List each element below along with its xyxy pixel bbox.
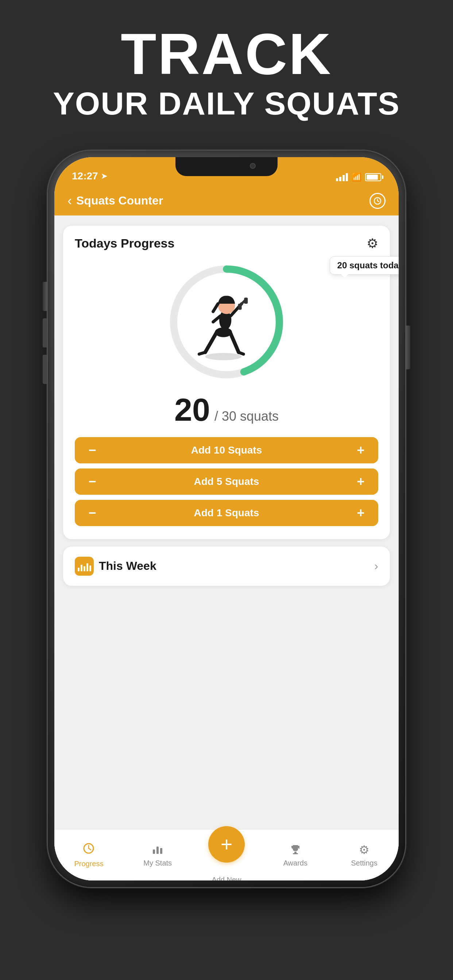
week-title-group: This Week: [75, 557, 156, 576]
headline: TRACK YOUR DAILY SQUATS: [53, 22, 400, 121]
week-chevron-icon[interactable]: ›: [374, 559, 378, 573]
current-count: 20: [174, 391, 210, 428]
bar-chart-icon: [152, 843, 164, 857]
add-buttons-group: − Add 10 Squats + − Add 5 Squats + − Add…: [75, 437, 378, 526]
minus-icon-3[interactable]: −: [85, 505, 100, 520]
headline-sub: YOUR DAILY SQUATS: [53, 86, 400, 121]
plus-icon-3[interactable]: +: [353, 505, 368, 520]
week-card: This Week ›: [63, 547, 390, 586]
ring-area: 20 squats today: [75, 260, 378, 384]
squats-tooltip: 20 squats today: [330, 256, 399, 275]
notch-camera: [250, 163, 256, 169]
wifi-icon: 📶: [352, 172, 362, 182]
status-bar: 12:27 ➤ 📶: [54, 157, 399, 186]
plus-icon-2[interactable]: +: [353, 474, 368, 489]
add-10-label: Add 10 Squats: [100, 444, 353, 456]
minus-icon-2[interactable]: −: [85, 474, 100, 489]
status-time: 12:27 ➤: [72, 170, 107, 182]
phone-outer: 12:27 ➤ 📶: [48, 151, 405, 887]
phone-inner: 12:27 ➤ 📶: [54, 157, 399, 880]
svg-rect-24: [156, 846, 159, 854]
signal-icon: [336, 173, 348, 181]
tab-awards[interactable]: Awards: [261, 843, 330, 867]
minus-icon[interactable]: −: [85, 442, 100, 458]
add-5-button[interactable]: − Add 5 Squats +: [75, 468, 378, 495]
chart-icon: [78, 561, 91, 571]
add-new-plus-icon: +: [221, 834, 233, 854]
progress-ring-container: [164, 260, 289, 384]
card-title: Todays Progress: [75, 236, 174, 250]
week-icon-box: [75, 557, 94, 576]
nav-clock-icon[interactable]: [370, 193, 386, 209]
status-icons: 📶: [336, 172, 381, 182]
spacer: [54, 593, 399, 829]
tab-settings-label: Settings: [351, 859, 377, 867]
svg-line-2: [378, 201, 379, 202]
count-total: / 30 squats: [214, 409, 279, 424]
battery-icon: [365, 173, 381, 181]
add-10-button[interactable]: − Add 10 Squats +: [75, 437, 378, 463]
svg-line-22: [89, 848, 91, 850]
tab-my-stats[interactable]: My Stats: [123, 843, 192, 867]
week-header: This Week ›: [75, 557, 378, 576]
add-new-button[interactable]: +: [208, 826, 245, 862]
progress-clock-icon: [83, 842, 95, 858]
progress-card: Todays Progress ⚙ 20 squats today: [63, 226, 390, 539]
settings-gear-tab-icon: ⚙: [359, 843, 370, 857]
tab-bar: Progress My Stats: [54, 829, 399, 880]
notch: [175, 157, 278, 176]
trophy-icon: [289, 843, 301, 857]
headline-track: TRACK: [53, 22, 400, 86]
tab-my-stats-label: My Stats: [144, 859, 172, 867]
week-title: This Week: [99, 559, 156, 573]
svg-rect-25: [160, 848, 162, 854]
settings-gear-icon[interactable]: ⚙: [367, 236, 378, 251]
svg-rect-26: [294, 852, 297, 853]
nav-title: Squats Counter: [76, 194, 163, 207]
add-1-button[interactable]: − Add 1 Squats +: [75, 500, 378, 526]
svg-rect-23: [153, 850, 155, 854]
progress-ring-svg: [164, 260, 289, 384]
nav-back-button[interactable]: ‹ Squats Counter: [67, 193, 163, 208]
tab-progress[interactable]: Progress: [54, 842, 123, 868]
tab-add-new[interactable]: + Add New: [192, 826, 261, 880]
nav-bar: ‹ Squats Counter: [54, 186, 399, 215]
back-chevron-icon: ‹: [67, 193, 72, 208]
card-header: Todays Progress ⚙: [75, 236, 378, 251]
tab-awards-label: Awards: [283, 859, 308, 867]
location-arrow-icon: ➤: [101, 172, 107, 180]
tab-settings[interactable]: ⚙ Settings: [330, 843, 399, 867]
count-display: 20 / 30 squats: [75, 391, 378, 428]
tab-progress-label: Progress: [74, 860, 103, 868]
add-5-label: Add 5 Squats: [100, 476, 353, 487]
plus-icon[interactable]: +: [353, 442, 368, 458]
main-content: Todays Progress ⚙ 20 squats today: [54, 215, 399, 880]
svg-rect-27: [293, 853, 298, 854]
phone-mockup: 12:27 ➤ 📶: [48, 151, 405, 887]
add-1-label: Add 1 Squats: [100, 507, 353, 519]
tab-add-new-label: Add New: [212, 876, 241, 880]
